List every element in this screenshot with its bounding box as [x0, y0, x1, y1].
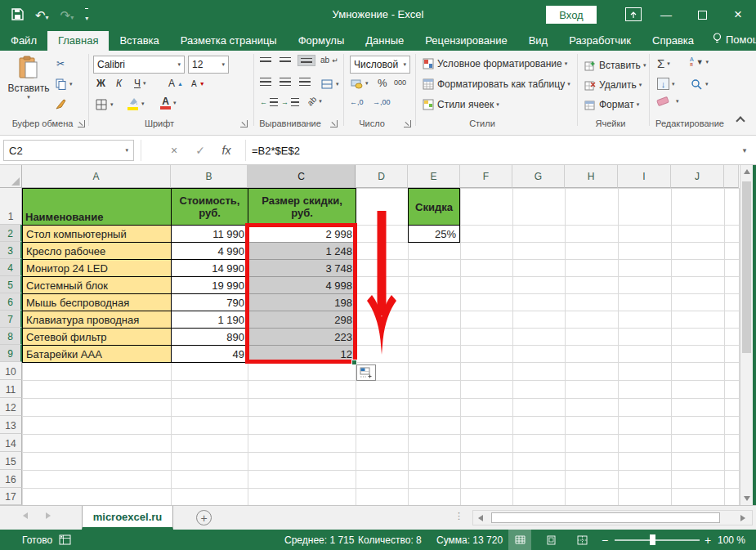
expand-formula-bar-button[interactable]: ▾ [734, 140, 755, 161]
undo-button[interactable]: ↶▾ [35, 9, 49, 21]
format-cells-button[interactable]: Формат▾ [584, 98, 639, 111]
underline-button[interactable]: Ч▾ [134, 78, 146, 89]
grow-font-button[interactable]: А▲ [168, 78, 183, 89]
formula-input[interactable]: =B2*$E$2 [252, 140, 300, 161]
insert-function-button[interactable]: fx [216, 140, 237, 161]
scroll-down-button[interactable] [740, 492, 753, 505]
ribbon-display-options-icon[interactable] [625, 7, 642, 21]
cell-B4[interactable]: 14 990 [171, 259, 248, 277]
tab-formulas[interactable]: Формулы [288, 31, 356, 51]
alignment-dialog-launcher[interactable] [330, 120, 338, 127]
view-page-layout-button[interactable] [539, 530, 562, 550]
cell-A9[interactable]: Батарейки AAA [22, 345, 172, 363]
cell-A4[interactable]: Монитор 24 LED [22, 259, 172, 277]
row-header-14[interactable]: 14 [0, 434, 22, 452]
collapse-ribbon-button[interactable] [737, 118, 744, 124]
row-header-2[interactable]: 2 [0, 225, 22, 242]
percent-style-button[interactable]: % [378, 77, 387, 89]
align-bottom-button[interactable] [297, 55, 315, 66]
cell-A6[interactable]: Мышь беспроводная [22, 293, 172, 311]
column-header-A[interactable]: A [22, 165, 171, 188]
tab-insert[interactable]: Вставка [109, 31, 169, 51]
horizontal-scroll-thumb[interactable] [491, 512, 720, 523]
row-header-15[interactable]: 15 [0, 452, 22, 470]
borders-button[interactable]: ▾ [95, 98, 114, 111]
column-header-C[interactable]: C [248, 165, 356, 188]
cell-B9[interactable]: 49 [171, 345, 248, 363]
tab-data[interactable]: Данные [355, 31, 414, 51]
tab-review[interactable]: Рецензирование [414, 31, 517, 51]
row-header-12[interactable]: 12 [0, 398, 22, 416]
cell-styles-button[interactable]: Стили ячеек▾ [422, 98, 499, 111]
row-header-5[interactable]: 5 [0, 276, 22, 293]
tab-developer[interactable]: Разработчик [558, 31, 642, 51]
fill-button[interactable]: ↓ ▾ [657, 78, 675, 90]
align-left-button[interactable] [260, 78, 271, 86]
cell-B8[interactable]: 890 [171, 328, 248, 346]
tab-home[interactable]: Главная [47, 31, 109, 51]
column-header-D[interactable]: D [356, 165, 408, 188]
orientation-button[interactable]: ab▾ [307, 96, 322, 105]
column-header-J[interactable]: J [671, 165, 724, 188]
row-header-11[interactable]: 11 [0, 380, 22, 398]
prev-sheet-button[interactable] [23, 512, 28, 519]
macro-record-icon[interactable] [59, 530, 71, 550]
align-middle-button[interactable] [280, 57, 291, 62]
font-name-select[interactable]: Calibri▾ [93, 56, 185, 74]
tell-me-button[interactable]: Помощн [705, 29, 756, 51]
insert-cells-button[interactable]: Вставить▾ [584, 59, 646, 72]
sheet-tab-active[interactable]: microexcel.ru [82, 506, 173, 530]
row-header-8[interactable]: 8 [0, 328, 22, 345]
row-header-6[interactable]: 6 [0, 293, 22, 311]
wrap-text-button[interactable]: ab↵ [320, 56, 338, 65]
copy-button[interactable]: ▾ [54, 78, 73, 91]
scroll-up-button[interactable] [740, 165, 753, 178]
cell-A7[interactable]: Клавиатура проводная [22, 311, 172, 329]
merge-center-button[interactable]: ▾ [320, 78, 339, 91]
fill-color-button[interactable]: ▾ [127, 96, 145, 110]
cell-B2[interactable]: 11 990 [171, 225, 248, 243]
tab-help[interactable]: Справка [642, 31, 705, 51]
minimize-button[interactable]: — [648, 0, 684, 29]
close-button[interactable]: × [720, 0, 756, 29]
accounting-format-button[interactable]: ▾ [350, 77, 369, 90]
cell-E1[interactable]: Скидка [408, 188, 460, 226]
clear-button[interactable]: ▾ [657, 98, 679, 105]
cut-button[interactable]: ✂ [54, 57, 67, 70]
comma-style-button[interactable]: 000 [394, 78, 406, 87]
next-sheet-button[interactable] [46, 512, 51, 519]
font-color-button[interactable]: А ▾ [160, 96, 177, 110]
column-header-partial[interactable] [724, 165, 739, 188]
italic-button[interactable]: К [116, 78, 122, 89]
vertical-scroll-thumb[interactable] [742, 181, 751, 353]
enter-entry-button[interactable]: ✓ [190, 140, 211, 161]
maximize-button[interactable] [684, 0, 720, 29]
format-as-table-button[interactable]: Форматировать как таблицу▾ [422, 78, 570, 91]
name-box[interactable]: C2▾ [3, 140, 134, 161]
delete-cells-button[interactable]: Удалить▾ [584, 78, 642, 92]
autofill-options-button[interactable] [356, 364, 376, 381]
redo-button[interactable]: ↷▾ [60, 9, 74, 21]
vertical-scrollbar[interactable] [740, 165, 753, 505]
row-header-1[interactable]: 1 [0, 188, 22, 225]
scroll-left-button[interactable] [473, 515, 488, 521]
sort-filter-button[interactable]: Ая ▼▾ [690, 57, 709, 67]
zoom-out-button[interactable]: − [602, 530, 608, 550]
tab-page-layout[interactable]: Разметка страницы [170, 31, 288, 51]
cell-B1[interactable]: Стоимость, руб. [171, 188, 248, 226]
format-painter-button[interactable] [54, 98, 67, 111]
increase-indent-button[interactable]: → [281, 98, 299, 106]
cell-B7[interactable]: 1 190 [171, 311, 248, 329]
cell-A5[interactable]: Системный блок [22, 276, 172, 294]
font-size-select[interactable]: 12▾ [188, 56, 229, 74]
cell-A2[interactable]: Стол компьютерный [22, 225, 172, 243]
customize-qat-button[interactable]: ▾ [85, 8, 88, 22]
shrink-font-button[interactable]: А▼ [191, 79, 205, 88]
cell-C1[interactable]: Размер скидки, руб. [248, 188, 356, 226]
horizontal-scrollbar[interactable] [472, 510, 753, 525]
view-normal-button[interactable] [508, 530, 531, 550]
cell-E2[interactable]: 25% [408, 225, 460, 243]
zoom-in-button[interactable]: + [705, 530, 711, 550]
column-header-G[interactable]: G [512, 165, 565, 188]
tab-file[interactable]: Файл [0, 31, 47, 51]
